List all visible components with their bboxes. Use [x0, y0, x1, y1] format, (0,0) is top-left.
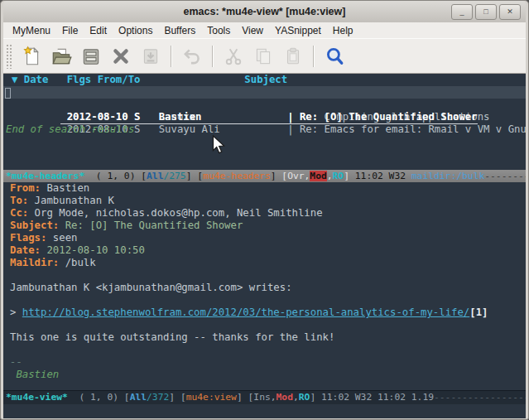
field-value-maildir: /bulk	[59, 257, 95, 268]
link-footnote-ref: [1]	[469, 307, 488, 318]
cut-icon	[223, 46, 244, 67]
save-icon	[80, 46, 102, 67]
menu-item-view[interactable]: View	[236, 25, 269, 36]
mu4e-headers-pane: ▼ Date Flgs From/To Subject 2012-08-10 S…	[3, 74, 526, 170]
open-folder-button[interactable]	[49, 44, 74, 69]
field-value-from: Bastien	[41, 182, 89, 194]
modeline-modified-flag: Mod	[310, 171, 326, 181]
minimize-button[interactable]: _	[451, 4, 473, 20]
message-row[interactable]: 2012-08-10 S Lanoxx | Re: Compiling glib…	[3, 99, 526, 111]
copy-button	[251, 44, 276, 69]
close-buffer-button[interactable]	[108, 44, 133, 69]
toolbar-drag-handle[interactable]	[6, 44, 13, 69]
copy-icon	[252, 46, 274, 67]
field-value-flags: seen	[46, 232, 77, 244]
search-icon	[324, 46, 345, 67]
menu-item-tools[interactable]: Tools	[201, 25, 236, 36]
undo-button	[180, 44, 204, 69]
paste-button	[281, 44, 305, 69]
headers-modeline: *mu4e-headers* ( 1, 0) [All/275] [mu4e-h…	[3, 170, 526, 182]
menu-item-options[interactable]: Options	[113, 25, 158, 36]
modeline-time: 11:02 W32 11:02 1.19	[315, 392, 434, 403]
field-label-from: From:	[10, 182, 41, 194]
menu-item-buffers[interactable]: Buffers	[158, 25, 201, 36]
minimize-icon: _	[459, 8, 464, 16]
modeline-major-mode: mu4e:view	[186, 392, 237, 403]
modeline-buffer-name[interactable]: *mu4e-headers*	[6, 171, 84, 181]
mouse-cursor	[212, 135, 225, 155]
emacs-content: ▼ Date Flgs From/To Subject 2012-08-10 S…	[3, 74, 526, 418]
close-icon: ✕	[507, 8, 513, 16]
field-value-to: Jambunathan K	[28, 195, 114, 206]
body-comment-line: This one is quite outstanding -- thanks …	[3, 331, 526, 344]
toolbar-separator	[313, 46, 315, 67]
field-value-subject: Re: [O] The Quantified Shower	[59, 220, 243, 231]
menu-item-file[interactable]: File	[56, 25, 84, 36]
modeline-modified-flag: Mod	[277, 392, 293, 403]
save-as-button	[138, 44, 163, 69]
field-value-cc: Org Mode, nicholas.dokos@hp.com, Neil Sm…	[28, 207, 322, 219]
titlebar[interactable]: emacs: *mu4e-view* [mu4e:view] _ □ ✕	[3, 1, 526, 22]
body-writes-line: Jambunathan K <kjambunathan@gmail.com> w…	[3, 282, 526, 294]
field-label-cc: Cc:	[10, 207, 28, 219]
field-value-date: 2012-08-10 10:50	[41, 244, 145, 256]
signature-name: Bastien	[3, 369, 526, 381]
toolbar-separator	[212, 46, 214, 67]
search-button[interactable]	[322, 44, 347, 69]
menu-item-edit[interactable]: Edit	[84, 25, 113, 36]
save-as-icon	[140, 46, 161, 67]
modeline-buffer-name[interactable]: *mu4e-view*	[6, 392, 68, 403]
field-label-maildir: Maildir:	[10, 257, 59, 268]
headers-column-row[interactable]: ▼ Date Flgs From/To Subject	[3, 74, 526, 86]
menu-item-help[interactable]: Help	[327, 25, 359, 36]
field-label-date: Date:	[10, 244, 41, 256]
field-label-to: To:	[10, 195, 28, 206]
signature-separator: --	[3, 356, 526, 369]
open-folder-icon	[50, 46, 72, 67]
new-file-icon	[21, 46, 42, 67]
fringe-current-line-marker	[5, 88, 11, 99]
close-button[interactable]: ✕	[499, 4, 521, 20]
emacs-window: emacs: *mu4e-view* [mu4e:view] _ □ ✕ MyM…	[0, 0, 529, 420]
menu-item-yasnippet[interactable]: YASnippet	[269, 25, 327, 36]
field-label-flags: Flags:	[10, 232, 46, 244]
body-quote-line: > http://blog.stephenwolfram.com/2012/03…	[3, 307, 526, 319]
message-row-text: 2012-08-10 S Bastien | Re: [O] The Quant…	[60, 111, 477, 124]
undo-icon	[181, 46, 203, 67]
field-label-subject: Subject:	[10, 220, 59, 231]
echo-area[interactable]	[3, 404, 526, 418]
modeline-major-mode: mu4e-headers	[203, 171, 271, 181]
maximize-button[interactable]: □	[475, 4, 497, 20]
paste-icon	[282, 46, 304, 67]
modeline-readonly-flag: RO	[333, 171, 344, 181]
new-file-button[interactable]	[19, 44, 44, 69]
toolbar	[3, 38, 526, 74]
view-modeline: *mu4e-view* ( 1, 0) [All/372] [mu4e:view…	[3, 390, 526, 404]
message-row-selected[interactable]: 2012-08-10 S Bastien | Re: [O] The Quant…	[3, 86, 526, 99]
mu4e-view-pane: From: Bastien To: Jambunathan K Cc: Org …	[3, 182, 526, 390]
save-button[interactable]	[79, 44, 103, 69]
cut-button	[221, 44, 246, 69]
modeline-time: 11:02 W32	[349, 171, 411, 181]
maximize-icon: □	[483, 8, 488, 16]
message-link[interactable]: http://blog.stephenwolfram.com/2012/03/t…	[22, 307, 469, 318]
menu-item-mymenu[interactable]: MyMenu	[7, 25, 56, 36]
modeline-readonly-flag: RO	[299, 392, 310, 403]
toolbar-separator	[171, 46, 172, 67]
menubar: MyMenu File Edit Options Buffers Tools V…	[3, 22, 526, 38]
close-buffer-icon	[110, 46, 132, 67]
modeline-maildir: maildir:/bulk	[411, 171, 484, 181]
window-title: emacs: *mu4e-view* [mu4e:view]	[3, 6, 526, 17]
